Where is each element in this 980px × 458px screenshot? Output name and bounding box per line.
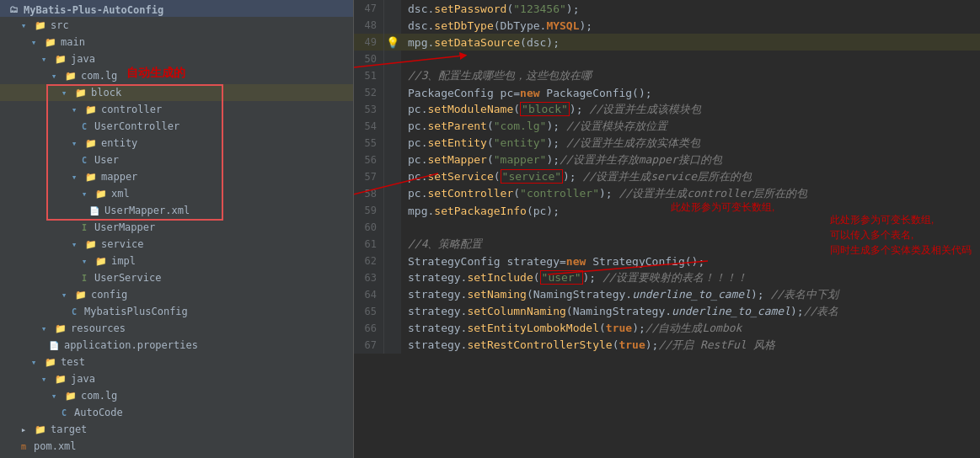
- boxed-user: "user": [540, 270, 583, 285]
- tree-item-java[interactable]: ▾ 📁 java: [0, 51, 353, 67]
- tree-label-main: main: [61, 36, 85, 48]
- folder-open-icon: ▾: [47, 69, 61, 83]
- line-number: 56: [354, 152, 384, 168]
- tree-item-com-lg[interactable]: ▾ 📁 com.lg: [0, 67, 353, 84]
- line-content: PackageConfig pc=new PackageConfig();: [401, 84, 980, 101]
- folder-icon: 📁: [84, 237, 98, 251]
- line-content: pc.setEntity("entity"); //设置并生成存放实体类包: [401, 135, 980, 152]
- line-content: [401, 219, 980, 236]
- tree-item-resources[interactable]: ▾ 📁 resources: [0, 320, 353, 337]
- line-content: mpg.setDataSource(dsc);: [401, 34, 980, 51]
- folder-open-icon: ▾: [27, 35, 40, 49]
- tree-item-target[interactable]: ▸ 📁 target: [0, 421, 353, 438]
- tree-label-autocode: AutoCode: [74, 407, 123, 418]
- tree-item-test[interactable]: ▾ 📁 test: [0, 354, 353, 370]
- tree-item-entity[interactable]: ▾ 📁 entity: [0, 135, 353, 152]
- tree-label-target: target: [51, 423, 87, 435]
- folder-icon: 📁: [74, 288, 88, 301]
- code-text: strategy.setNaming(NamingStrategy.underl…: [408, 287, 838, 302]
- tree-label-test: test: [61, 356, 85, 368]
- java-icon: C: [78, 153, 91, 167]
- tree-label-user-controller: UserController: [94, 120, 179, 132]
- tree-item-root[interactable]: 🗂 MyBatis-Plus-AutoConfig: [0, 0, 353, 17]
- code-line-50: 50: [354, 51, 980, 67]
- tree-label-xml: xml: [111, 188, 130, 200]
- code-line-53: 53 pc.setModuleName("block"); //设置并生成该模块…: [354, 101, 980, 118]
- folder-icon: 📁: [54, 322, 67, 335]
- tree-label-controller: controller: [101, 104, 162, 115]
- folder-icon: 📁: [94, 254, 108, 268]
- line-number: 60: [354, 219, 384, 236]
- line-content: //3、配置生成哪些包，这些包放在哪: [401, 67, 980, 84]
- folder-open-icon: ▾: [27, 355, 40, 369]
- line-number: 50: [354, 51, 384, 67]
- tree-item-xml[interactable]: ▾ 📁 xml: [0, 185, 353, 202]
- line-content: StrategyConfig strategy=new StrategyConf…: [401, 253, 980, 269]
- tree-item-src[interactable]: ▾ 📁 src: [0, 17, 353, 34]
- code-line-48: 48 dsc.setDbType(DbType.MYSQL);: [354, 17, 980, 34]
- folder-open-icon: ▾: [37, 322, 51, 335]
- tree-label-user-service: UserService: [94, 272, 161, 284]
- tree-item-pom[interactable]: m pom.xml: [0, 438, 353, 455]
- tree-item-mapper[interactable]: ▾ 📁 mapper: [0, 168, 353, 185]
- code-line-56: 56 pc.setMapper("mapper");//设置并生存放mapper…: [354, 152, 980, 168]
- tree-item-user-controller[interactable]: C UserController: [0, 118, 353, 135]
- line-number: 63: [354, 269, 384, 286]
- line-gutter: [384, 185, 401, 202]
- line-gutter: [384, 253, 401, 269]
- folder-icon: 📁: [84, 170, 98, 184]
- tree-label-mybatis-plus-config: MybatisPlusConfig: [84, 306, 188, 317]
- line-content: strategy.setColumnNaming(NamingStrategy.…: [401, 303, 980, 320]
- line-content: strategy.setRestControllerStyle(true);//…: [401, 337, 980, 354]
- line-number: 48: [354, 17, 384, 34]
- tree-item-user-mapper-xml[interactable]: 📄 UserMapper.xml: [0, 202, 353, 219]
- line-gutter: [384, 202, 401, 219]
- boxed-service: "service": [501, 169, 563, 184]
- line-gutter: [384, 286, 401, 303]
- code-line-66: 66 strategy.setEntityLombokModel(true);/…: [354, 320, 980, 337]
- line-number: 55: [354, 135, 384, 152]
- tree-item-main[interactable]: ▾ 📁 main: [0, 34, 353, 51]
- folder-icon: 📁: [64, 69, 78, 83]
- code-line-58: 58 pc.setController("controller"); //设置并…: [354, 185, 980, 202]
- line-content: pc.setMapper("mapper");//设置并生存放mapper接口的…: [401, 152, 980, 168]
- file-tree-panel: 🗂 MyBatis-Plus-AutoConfig ▾ 📁 src ▾ 📁 ma…: [0, 0, 354, 458]
- line-content: pc.setModuleName("block"); //设置并生成该模块包: [401, 101, 980, 118]
- tree-item-service[interactable]: ▾ 📁 service: [0, 236, 353, 253]
- tree-item-user-service[interactable]: I UserService: [0, 269, 353, 286]
- tree-item-autocode[interactable]: C AutoCode: [0, 404, 353, 421]
- code-text: dsc.setPassword("123456");: [408, 3, 580, 15]
- tree-item-user[interactable]: C User: [0, 152, 353, 168]
- folder-open-icon: ▾: [67, 170, 81, 184]
- line-gutter: [384, 168, 401, 185]
- line-gutter: [384, 303, 401, 320]
- tree-item-impl[interactable]: ▾ 📁 impl: [0, 253, 353, 269]
- code-line-64: 64 strategy.setNaming(NamingStrategy.und…: [354, 286, 980, 303]
- tree-item-config[interactable]: ▾ 📁 config: [0, 286, 353, 303]
- boxed-block: "block": [520, 102, 570, 116]
- line-gutter: [384, 51, 401, 67]
- tree-item-controller[interactable]: ▾ 📁 controller: [0, 101, 353, 118]
- tree-label-entity: entity: [101, 137, 137, 149]
- tree-label-mapper: mapper: [101, 171, 137, 183]
- folder-open-icon: ▾: [67, 103, 81, 116]
- line-number: 57: [354, 168, 384, 185]
- line-gutter: [384, 135, 401, 152]
- line-gutter: [384, 152, 401, 168]
- tree-item-block[interactable]: ▾ 📁 block: [0, 84, 353, 101]
- line-number: 64: [354, 286, 384, 303]
- folder-icon: 📁: [64, 389, 78, 402]
- tree-label-resources: resources: [71, 322, 126, 334]
- tree-item-test-java[interactable]: ▾ 📁 java: [0, 370, 353, 387]
- tree-label-user: User: [94, 154, 119, 166]
- line-gutter: [384, 67, 401, 84]
- code-line-62: 62 StrategyConfig strategy=new StrategyC…: [354, 253, 980, 269]
- code-text: StrategyConfig strategy=new StrategyConf…: [408, 255, 704, 268]
- tree-item-app-properties[interactable]: 📄 application.properties: [0, 337, 353, 354]
- line-number: 58: [354, 185, 384, 202]
- tree-item-mybatis-plus-config[interactable]: C MybatisPlusConfig: [0, 303, 353, 320]
- tree-label-com-lg: com.lg: [81, 70, 117, 82]
- tree-item-user-mapper[interactable]: I UserMapper: [0, 219, 353, 236]
- tree-item-test-com-lg[interactable]: ▾ 📁 com.lg: [0, 387, 353, 404]
- java-icon: C: [67, 305, 81, 318]
